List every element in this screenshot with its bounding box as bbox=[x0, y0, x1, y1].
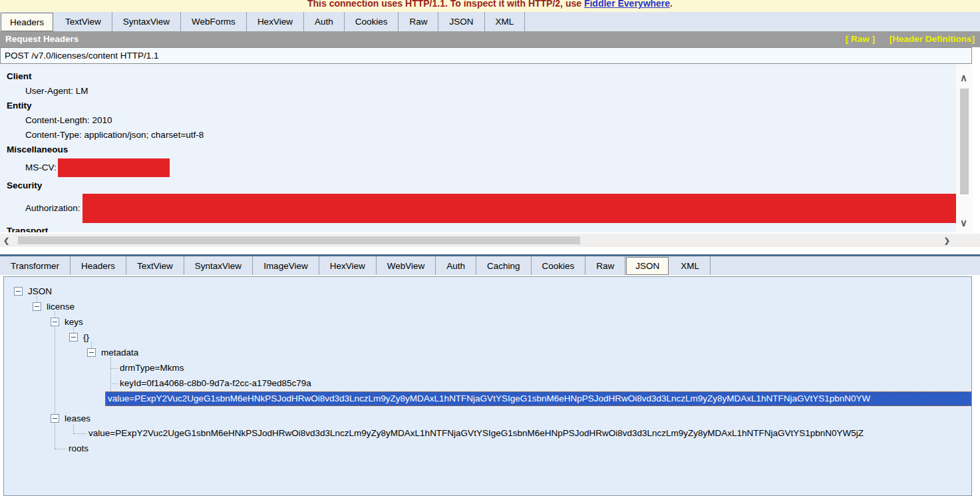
headers-horizontal-scrollbar[interactable]: ❮ ❯ bbox=[0, 234, 980, 247]
scroll-up-icon[interactable]: ∧ bbox=[960, 73, 967, 83]
header-item-authorization: Authorization: bbox=[0, 193, 956, 224]
ms-cv-label: MS-CV: bbox=[25, 160, 57, 175]
notice-bar: This connection uses HTTP/1.1. To inspec… bbox=[0, 0, 980, 12]
request-inspector-tabbar: Headers TextView SyntaxView WebForms Hex… bbox=[0, 12, 980, 31]
request-tab-auth[interactable]: Auth bbox=[304, 12, 345, 31]
notice-text: This connection uses HTTP/1.1. To inspec… bbox=[307, 0, 584, 9]
header-item-content-type: Content-Type: application/json; charset=… bbox=[0, 128, 956, 142]
response-tab-webview[interactable]: WebView bbox=[377, 256, 436, 275]
request-tab-hexview[interactable]: HexView bbox=[247, 12, 304, 31]
tree-connector-stub bbox=[55, 449, 67, 449]
fiddler-everywhere-link[interactable]: Fiddler Everywhere bbox=[584, 0, 670, 9]
request-tab-headers[interactable]: Headers bbox=[1, 13, 53, 31]
tree-connector-stub bbox=[110, 368, 118, 369]
response-tab-headers[interactable]: Headers bbox=[71, 256, 126, 275]
tree-node-key-value-selected[interactable]: value=PExpY2Vuc2UgeG1sbnM6eHNkPSJodHRwOi… bbox=[105, 391, 972, 406]
tree-connector-line bbox=[55, 312, 55, 318]
request-tab-raw[interactable]: Raw bbox=[399, 12, 438, 31]
json-tree-panel: JSON license keys {} metadata drmType=Mk… bbox=[3, 276, 972, 496]
response-tab-raw[interactable]: Raw bbox=[585, 256, 625, 275]
request-headers-title: Request Headers bbox=[5, 34, 79, 44]
tree-connector-line bbox=[91, 342, 92, 348]
tree-connector-line bbox=[37, 296, 37, 302]
redacted-authorization-value bbox=[82, 194, 956, 223]
request-tab-xml[interactable]: XML bbox=[485, 12, 526, 31]
response-inspector-tabbar: Transformer Headers TextView SyntaxView … bbox=[0, 254, 980, 275]
request-line[interactable]: POST /v7.0/licenses/content HTTP/1.1 bbox=[0, 47, 972, 64]
request-tab-json[interactable]: JSON bbox=[438, 12, 484, 31]
header-item-content-length: Content-Length: 2010 bbox=[0, 113, 956, 128]
headers-vertical-scrollbar[interactable]: ∧ ∨ bbox=[956, 64, 973, 232]
response-tab-textview[interactable]: TextView bbox=[126, 256, 184, 275]
request-tab-syntaxview[interactable]: SyntaxView bbox=[112, 12, 181, 31]
authorization-label: Authorization: bbox=[25, 201, 81, 216]
request-headers-list: Client User-Agent: LM Entity Content-Len… bbox=[0, 64, 956, 232]
scroll-left-icon[interactable]: ❮ bbox=[3, 236, 9, 245]
header-section-entity: Entity bbox=[0, 99, 956, 113]
header-section-security: Security bbox=[0, 178, 956, 193]
redacted-ms-cv-value bbox=[58, 158, 170, 177]
horizontal-scrollbar-thumb[interactable] bbox=[18, 236, 580, 244]
tree-connector-line bbox=[73, 327, 74, 333]
collapse-icon[interactable] bbox=[14, 287, 23, 296]
response-tab-caching[interactable]: Caching bbox=[476, 256, 532, 275]
scroll-right-icon[interactable]: ❯ bbox=[944, 236, 950, 245]
response-tab-imageview[interactable]: ImageView bbox=[253, 256, 319, 275]
request-headers-titlebar: Request Headers [ Raw ] [Header Definiti… bbox=[0, 31, 980, 47]
tree-node-roots[interactable]: roots bbox=[69, 441, 88, 456]
scroll-down-icon[interactable]: ∨ bbox=[960, 218, 967, 228]
collapse-icon[interactable] bbox=[33, 302, 41, 311]
collapse-icon[interactable] bbox=[87, 348, 96, 357]
raw-link[interactable]: [ Raw ] bbox=[846, 34, 875, 44]
tree-node-license[interactable]: license bbox=[47, 300, 75, 314]
header-section-transport: Transport bbox=[0, 224, 956, 232]
tree-node-drmtype[interactable]: drmType=Mkms bbox=[120, 361, 184, 375]
request-tab-webforms[interactable]: WebForms bbox=[181, 12, 247, 31]
collapse-icon[interactable] bbox=[51, 414, 59, 423]
fiddler-inspector-window: This connection uses HTTP/1.1. To inspec… bbox=[0, 0, 980, 496]
response-tab-syntaxview[interactable]: SyntaxView bbox=[184, 256, 253, 275]
tree-connector-stub bbox=[73, 433, 86, 434]
response-tab-hexview[interactable]: HexView bbox=[319, 256, 377, 275]
header-item-ms-cv: MS-CV: bbox=[0, 157, 956, 178]
header-definitions-link[interactable]: [Header Definitions] bbox=[890, 34, 975, 44]
tree-node-keyid[interactable]: keyId=0f1a4068-c8b0-9d7a-f2cc-a179ed85c7… bbox=[120, 376, 311, 391]
tree-node-object[interactable]: {} bbox=[83, 330, 89, 345]
header-section-client: Client bbox=[0, 69, 956, 84]
tree-node-json[interactable]: JSON bbox=[28, 284, 52, 299]
collapse-icon[interactable] bbox=[69, 333, 78, 342]
collapse-icon[interactable] bbox=[51, 318, 59, 326]
header-item-user-agent: User-Agent: LM bbox=[0, 84, 956, 99]
header-section-miscellaneous: Miscellaneous bbox=[0, 142, 956, 157]
request-tab-cookies[interactable]: Cookies bbox=[345, 12, 399, 31]
vertical-scrollbar-thumb[interactable] bbox=[960, 89, 969, 194]
tree-connector-line bbox=[55, 327, 55, 449]
response-tab-json[interactable]: JSON bbox=[626, 257, 669, 275]
tree-node-lease-value[interactable]: value=PExpY2Vuc2UgeG1sbnM6eHNkPSJodHRwOi… bbox=[88, 426, 864, 441]
tree-connector-stub bbox=[110, 383, 118, 384]
notice-text-suffix: . bbox=[670, 0, 673, 9]
tree-node-metadata[interactable]: metadata bbox=[101, 346, 138, 360]
response-tab-transformer[interactable]: Transformer bbox=[0, 256, 71, 275]
request-tab-textview[interactable]: TextView bbox=[55, 12, 112, 31]
tree-node-leases[interactable]: leases bbox=[65, 411, 90, 426]
response-tab-xml[interactable]: XML bbox=[670, 256, 711, 275]
tree-connector-line bbox=[73, 424, 74, 433]
response-tab-cookies[interactable]: Cookies bbox=[532, 256, 586, 275]
response-tab-auth[interactable]: Auth bbox=[436, 256, 476, 275]
